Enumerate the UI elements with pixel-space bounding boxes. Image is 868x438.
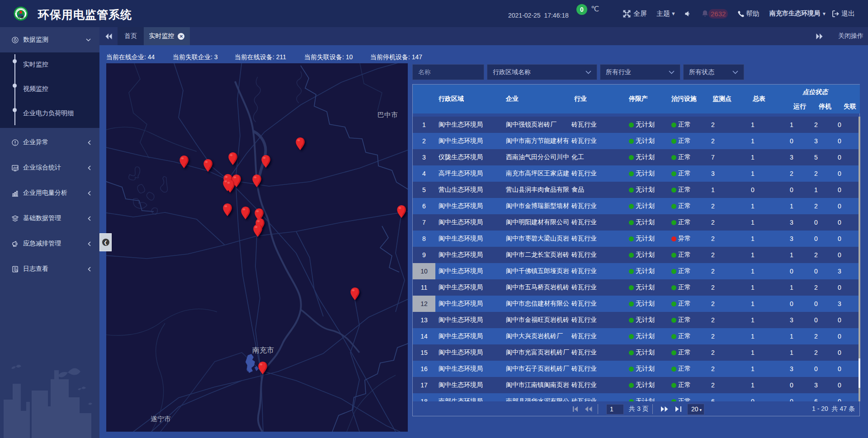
svg-text:巴中市: 巴中市	[377, 111, 398, 118]
svg-text:遂宁市: 遂宁市	[151, 415, 171, 423]
svg-text:南充市: 南充市	[252, 346, 274, 354]
